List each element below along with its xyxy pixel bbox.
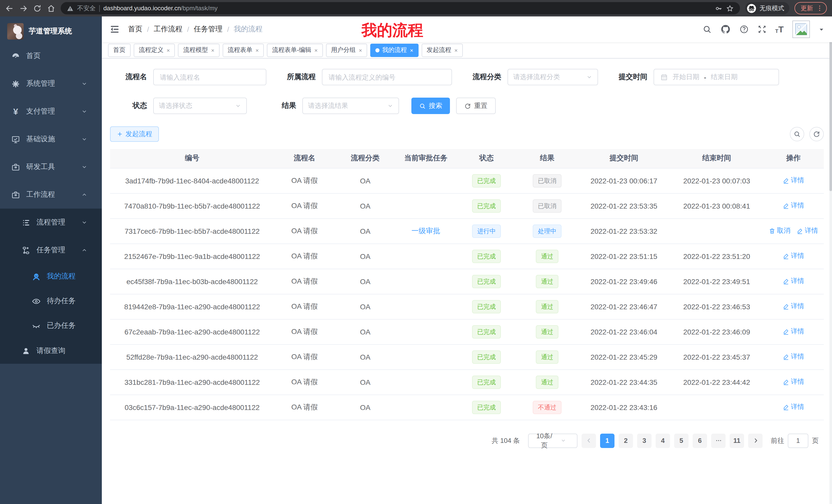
cell-category: OA xyxy=(335,344,395,369)
detail-link[interactable]: 详情 xyxy=(783,352,804,361)
help-icon[interactable] xyxy=(739,25,749,34)
page-button-4[interactable]: 4 xyxy=(656,433,670,448)
tab-home[interactable]: 首页 xyxy=(108,44,131,57)
detail-link[interactable]: 详情 xyxy=(797,226,818,235)
breadcrumb-item[interactable]: 首页 xyxy=(128,25,142,34)
window-scrollbar-thumb[interactable] xyxy=(829,17,832,191)
github-icon[interactable] xyxy=(720,24,730,34)
sidebar-item-process-mgmt[interactable]: 流程管理 xyxy=(0,208,102,236)
chevron-down-icon xyxy=(81,136,87,142)
sidebar-item-system[interactable]: 系统管理 xyxy=(0,70,102,97)
browser-menu-icon[interactable] xyxy=(816,5,823,12)
bookmark-star-icon[interactable] xyxy=(726,4,734,12)
page-size-select[interactable]: 10条/页 xyxy=(528,433,577,448)
close-icon[interactable]: × xyxy=(166,47,170,53)
end-date-placeholder[interactable]: 结束日期 xyxy=(711,73,738,82)
sidebar-item-todo-tasks[interactable]: 待办任务 xyxy=(0,289,102,313)
refresh-icon xyxy=(813,131,820,138)
category-select[interactable]: 请选择流程分类 xyxy=(508,69,598,85)
update-button[interactable]: 更新 xyxy=(795,2,827,15)
close-icon[interactable]: × xyxy=(359,47,362,53)
process-name-input[interactable] xyxy=(153,69,266,85)
cell-category: OA xyxy=(335,369,395,395)
parent-process-input[interactable] xyxy=(322,69,452,85)
close-icon[interactable]: × xyxy=(256,47,259,53)
tab-process-definition[interactable]: 流程定义× xyxy=(134,44,175,57)
cell-result: 不通过 xyxy=(517,395,577,420)
page-button-3[interactable]: 3 xyxy=(637,433,651,448)
tab-user-group[interactable]: 用户分组× xyxy=(326,44,367,57)
refresh-table-button[interactable] xyxy=(809,127,824,141)
page-button-6[interactable]: 6 xyxy=(693,433,707,448)
sidebar-item-workflow[interactable]: 工作流程 xyxy=(0,181,102,208)
header-search-icon[interactable] xyxy=(702,25,711,34)
detail-link[interactable]: 详情 xyxy=(783,302,804,311)
cell-end-time xyxy=(670,395,763,420)
detail-link[interactable]: 详情 xyxy=(783,402,804,412)
cell-category: OA xyxy=(335,193,395,218)
sidebar-item-task-mgmt[interactable]: 任务管理 xyxy=(0,236,102,264)
close-icon[interactable]: × xyxy=(410,47,413,53)
detail-link[interactable]: 详情 xyxy=(783,327,804,336)
tab-process-form[interactable]: 流程表单× xyxy=(223,44,264,57)
cell-status: 已完成 xyxy=(456,269,517,294)
close-icon[interactable]: × xyxy=(314,47,318,53)
close-icon[interactable]: × xyxy=(211,47,214,53)
hamburger-icon[interactable] xyxy=(109,24,120,34)
status-select[interactable]: 请选择状态 xyxy=(153,97,247,114)
sidebar-item-devtools[interactable]: 研发工具 xyxy=(0,153,102,181)
cancel-link[interactable]: 取消 xyxy=(769,226,790,235)
reset-button[interactable]: 重置 xyxy=(456,97,496,114)
font-size-icon[interactable]: TT xyxy=(775,25,784,34)
cell-end-time: 2022-01-22 23:46:53 xyxy=(670,294,763,319)
avatar-caret-icon[interactable] xyxy=(818,26,824,32)
cell-submit-time: 2022-01-22 23:46:04 xyxy=(577,319,670,344)
avatar[interactable] xyxy=(792,21,810,38)
tab-my-process[interactable]: 我的流程× xyxy=(370,44,418,57)
dashboard-icon xyxy=(11,52,20,60)
sidebar-item-home[interactable]: 首页 xyxy=(0,42,102,70)
next-page-button[interactable] xyxy=(748,433,762,448)
search-button[interactable]: 搜索 xyxy=(411,97,450,114)
detail-link[interactable]: 详情 xyxy=(783,201,804,211)
detail-link[interactable]: 详情 xyxy=(783,251,804,261)
fullscreen-icon[interactable] xyxy=(757,25,766,34)
sidebar-item-my-process[interactable]: 我的流程 xyxy=(0,264,102,289)
breadcrumb-item[interactable]: 工作流程 xyxy=(154,25,183,34)
goto-page-input[interactable] xyxy=(788,433,808,448)
breadcrumb-item[interactable]: 任务管理 xyxy=(194,25,223,34)
browser-home-button[interactable] xyxy=(47,4,55,12)
task-link[interactable]: 一级审批 xyxy=(411,226,440,234)
page-button-5[interactable]: 5 xyxy=(674,433,688,448)
password-key-icon[interactable] xyxy=(715,4,723,12)
page-button-2[interactable]: 2 xyxy=(619,433,633,448)
page-button-1[interactable]: 1 xyxy=(600,433,615,448)
cell-name: OA 请假 xyxy=(274,193,335,218)
browser-forward-button[interactable] xyxy=(19,4,28,12)
close-icon[interactable]: × xyxy=(454,47,458,53)
start-process-button[interactable]: 发起流程 xyxy=(110,127,159,142)
submit-time-range[interactable]: 开始日期 - 结束日期 xyxy=(654,69,779,85)
detail-link[interactable]: 详情 xyxy=(783,377,804,387)
address-bar[interactable]: 不安全 dashboard.yudao.iocoder.cn/bpm/task/… xyxy=(61,2,740,15)
sidebar-item-payment[interactable]: ¥支付管理 xyxy=(0,97,102,125)
page-button-11[interactable]: 11 xyxy=(730,433,744,448)
logo-image xyxy=(7,23,24,39)
chevron-up-icon xyxy=(81,192,87,198)
start-date-placeholder[interactable]: 开始日期 xyxy=(673,73,699,82)
prev-page-button[interactable] xyxy=(581,433,596,448)
more-pages-button[interactable] xyxy=(711,433,726,448)
detail-link[interactable]: 详情 xyxy=(783,277,804,286)
detail-link[interactable]: 详情 xyxy=(783,176,804,185)
hide-search-button[interactable] xyxy=(790,127,804,141)
result-select[interactable]: 请选择流结果 xyxy=(302,97,399,114)
browser-back-button[interactable] xyxy=(5,4,14,12)
tab-process-model[interactable]: 流程模型× xyxy=(178,44,219,57)
sidebar-item-leave-query[interactable]: 请假查询 xyxy=(0,338,102,364)
chevron-down-icon xyxy=(81,164,87,170)
tab-process-form-edit[interactable]: 流程表单-编辑× xyxy=(267,44,323,57)
tab-start-process[interactable]: 发起流程× xyxy=(421,44,463,57)
browser-reload-button[interactable] xyxy=(33,4,42,12)
sidebar-item-done-tasks[interactable]: 已办任务 xyxy=(0,313,102,338)
sidebar-item-infra[interactable]: 基础设施 xyxy=(0,125,102,153)
